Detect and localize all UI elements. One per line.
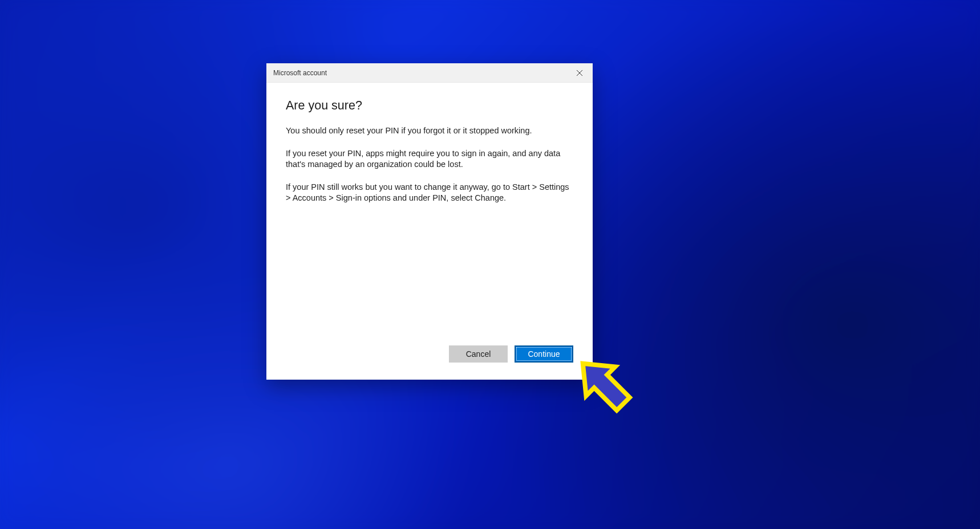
dialog-title: Microsoft account <box>273 69 327 77</box>
dialog-titlebar: Microsoft account <box>266 63 593 83</box>
microsoft-account-dialog: Microsoft account Are you sure? You shou… <box>266 63 593 380</box>
dialog-paragraph-3: If your PIN still works but you want to … <box>286 182 573 204</box>
dialog-button-row: Cancel Continue <box>266 345 593 380</box>
dialog-paragraph-1: You should only reset your PIN if you fo… <box>286 125 573 137</box>
close-button[interactable] <box>566 63 593 83</box>
continue-button[interactable]: Continue <box>515 345 573 363</box>
cancel-button[interactable]: Cancel <box>449 345 508 363</box>
dialog-paragraph-2: If you reset your PIN, apps might requir… <box>286 148 573 170</box>
close-icon <box>577 70 582 76</box>
dialog-heading: Are you sure? <box>286 99 573 113</box>
dialog-content: Are you sure? You should only reset your… <box>266 83 593 345</box>
